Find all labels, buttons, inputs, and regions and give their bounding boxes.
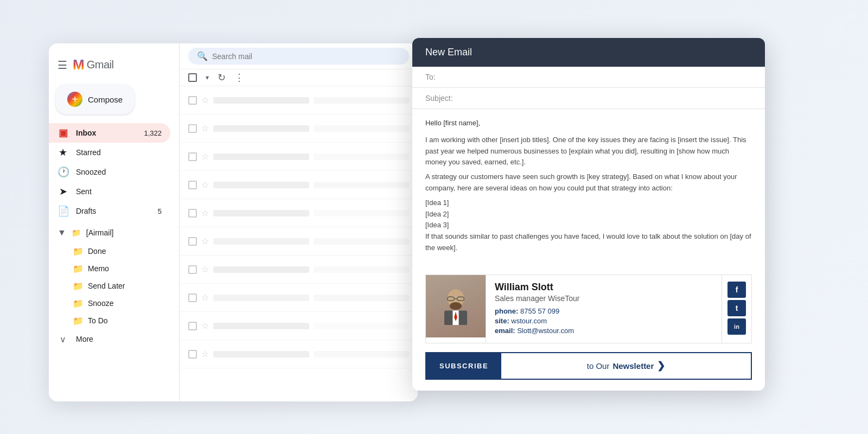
sidebar-item-sent[interactable]: ➤ Sent	[49, 182, 170, 201]
star-icon[interactable]: ☆	[201, 151, 209, 162]
subject-label: Subject:	[425, 94, 453, 103]
refresh-button[interactable]: ↻	[218, 72, 226, 84]
compose-subject-field[interactable]: Subject:	[412, 88, 765, 109]
facebook-button[interactable]: f	[727, 282, 746, 298]
snooze-folder-icon: 📁	[73, 298, 82, 309]
star-icon[interactable]: ☆	[201, 208, 209, 218]
snoozed-label: Snoozed	[76, 168, 106, 176]
gmail-title-text: Gmail	[87, 59, 114, 71]
facebook-icon: f	[736, 285, 738, 294]
airmail-group-header[interactable]: ▼ 📁 [Airmail]	[49, 223, 179, 242]
snooze-label: Snooze	[88, 299, 113, 308]
row-checkbox[interactable]	[188, 209, 197, 218]
send-later-folder-icon: 📁	[73, 281, 82, 291]
email-subject	[314, 97, 410, 104]
table-row[interactable]: ☆	[180, 256, 418, 284]
sidebar-item-drafts[interactable]: 📄 Drafts 5	[49, 201, 170, 221]
table-row[interactable]: ☆	[180, 86, 418, 114]
star-icon[interactable]: ☆	[201, 95, 209, 105]
row-checkbox[interactable]	[188, 124, 197, 133]
more-options-button[interactable]: ⋮	[234, 72, 244, 84]
compose-header: New Email	[412, 38, 765, 67]
star-icon[interactable]: ☆	[201, 180, 209, 190]
table-row[interactable]: ☆	[180, 171, 418, 199]
sidebar-item-done[interactable]: 📁 Done	[49, 242, 179, 260]
sidebar-item-snoozed[interactable]: 🕐 Snoozed	[49, 162, 170, 182]
email-sender	[213, 295, 309, 301]
twitter-icon: t	[736, 304, 738, 312]
sig-phone: phone: 8755 57 099	[495, 307, 713, 315]
list-toolbar: ▾ ↻ ⋮	[180, 69, 418, 86]
signature-photo	[426, 275, 486, 337]
table-row[interactable]: ☆	[180, 227, 418, 256]
sidebar-item-snooze[interactable]: 📁 Snooze	[49, 295, 179, 312]
svg-point-4	[450, 302, 462, 310]
starred-label: Starred	[76, 148, 101, 157]
star-icon[interactable]: ☆	[201, 264, 209, 275]
sig-site: site: wstour.com	[495, 317, 713, 325]
email-subject	[314, 154, 410, 160]
table-row[interactable]: ☆	[180, 340, 418, 368]
sidebar-item-starred[interactable]: ★ Starred	[49, 143, 170, 162]
row-checkbox[interactable]	[188, 350, 197, 359]
body-paragraph-1: I am working with other [insert job titl…	[425, 135, 752, 168]
sidebar-item-todo[interactable]: 📁 To Do	[49, 312, 179, 329]
row-checkbox[interactable]	[188, 96, 197, 105]
person-avatar	[426, 275, 486, 337]
search-bar[interactable]: 🔍	[188, 48, 409, 65]
email-subject	[314, 351, 410, 358]
idea-1: [Idea 1]	[425, 197, 752, 209]
more-label: More	[76, 335, 93, 343]
dropdown-arrow-icon[interactable]: ▾	[206, 74, 209, 81]
compose-header-title: New Email	[425, 47, 472, 58]
subscribe-button[interactable]: SUBSCRIBE	[426, 353, 501, 379]
compose-panel: New Email To: Subject: Hello [first name…	[412, 38, 765, 391]
email-sender	[213, 125, 309, 132]
memo-label: Memo	[88, 264, 109, 273]
sidebar-item-more[interactable]: ∨ More	[49, 329, 179, 349]
hamburger-icon[interactable]: ☰	[58, 59, 67, 72]
row-checkbox[interactable]	[188, 322, 197, 330]
twitter-button[interactable]: t	[727, 300, 746, 316]
table-row[interactable]: ☆	[180, 143, 418, 171]
collapse-arrow-icon: ▼	[58, 228, 66, 238]
compose-label: Compose	[88, 95, 123, 104]
row-checkbox[interactable]	[188, 293, 197, 302]
select-all-checkbox[interactable]	[188, 73, 197, 82]
email-signature: William Slott Sales manager WiseTour pho…	[425, 275, 752, 343]
row-checkbox[interactable]	[188, 237, 197, 246]
phone-value: 8755 57 099	[520, 307, 559, 315]
star-icon[interactable]: ☆	[201, 123, 209, 133]
table-row[interactable]: ☆	[180, 312, 418, 340]
sidebar-item-inbox[interactable]: ▣ Inbox 1,322	[49, 123, 170, 143]
table-row[interactable]: ☆	[180, 284, 418, 312]
row-checkbox[interactable]	[188, 181, 197, 189]
email-subject	[314, 266, 410, 273]
inbox-label: Inbox	[76, 129, 96, 137]
email-subject	[314, 210, 410, 216]
to-our-text: to Our	[587, 361, 610, 371]
inbox-icon: ▣	[58, 127, 68, 139]
star-icon[interactable]: ☆	[201, 349, 209, 359]
star-icon[interactable]: ☆	[201, 292, 209, 303]
subscribe-section: SUBSCRIBE to Our Newsletter ❯	[425, 352, 752, 380]
compose-to-field[interactable]: To:	[412, 67, 765, 88]
gmail-logo: M Gmail	[73, 56, 113, 73]
sent-icon: ➤	[58, 186, 68, 197]
star-icon[interactable]: ☆	[201, 321, 209, 331]
star-icon[interactable]: ☆	[201, 236, 209, 246]
table-row[interactable]: ☆	[180, 199, 418, 227]
email-label: email:	[495, 327, 515, 335]
table-row[interactable]: ☆	[180, 114, 418, 143]
sidebar-item-send-later[interactable]: 📁 Send Later	[49, 277, 179, 295]
email-subject	[314, 182, 410, 188]
search-input[interactable]	[212, 52, 400, 61]
email-value: Slott@wstour.com	[517, 327, 574, 335]
linkedin-button[interactable]: in	[727, 318, 746, 335]
row-checkbox[interactable]	[188, 265, 197, 274]
row-checkbox[interactable]	[188, 152, 197, 161]
email-sender	[213, 266, 309, 273]
sidebar-item-memo[interactable]: 📁 Memo	[49, 260, 179, 277]
gmail-m-logo: M	[73, 56, 85, 73]
compose-button[interactable]: + Compose	[55, 84, 135, 114]
